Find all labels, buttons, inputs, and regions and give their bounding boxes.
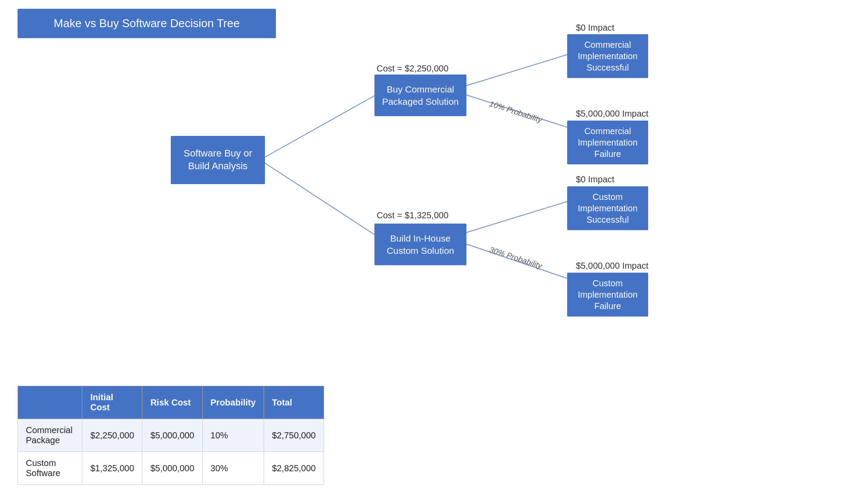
row1-name: Commercial Package [18,419,82,452]
root-node: Software Buy orBuild Analysis [171,136,265,184]
custom-failure-impact: $5,000,000 Impact [576,261,649,271]
svg-line-4 [460,199,574,235]
col-header-total: Total [264,386,324,419]
col-header-initial-cost: Initial Cost [82,386,142,419]
row1-total: $2,750,000 [264,419,324,452]
col-header-name [18,386,82,419]
comm-success-impact: $0 Impact [576,23,614,33]
custom-success-node: CustomImplementationSuccessful [567,186,648,230]
row2-initial-cost: $1,325,000 [82,452,142,485]
summary-table: Initial Cost Risk Cost Probability Total… [18,386,324,485]
buy-node: Buy CommercialPackaged Solution [374,75,466,116]
svg-line-0 [264,92,381,158]
buy-prob-label: 10% Probability [488,99,543,125]
row2-name: Custom Software [18,452,82,485]
row1-probability: 10% [202,419,264,452]
row2-total: $2,825,000 [264,452,324,485]
custom-failure-node: CustomImplementationFailure [567,273,648,317]
svg-line-1 [264,162,381,239]
comm-failure-impact: $5,000,000 Impact [576,109,649,119]
table-row: Commercial Package $2,250,000 $5,000,000… [18,419,324,452]
buy-cost-label: Cost = $2,250,000 [377,64,448,74]
table-row: Custom Software $1,325,000 $5,000,000 30… [18,452,324,485]
row1-initial-cost: $2,250,000 [82,419,142,452]
page-title: Make vs Buy Software Decision Tree [18,9,276,38]
row2-probability: 30% [202,452,264,485]
comm-success-node: CommercialImplementationSuccessful [567,34,648,78]
build-node: Build In-HouseCustom Solution [374,224,466,265]
col-header-risk-cost: Risk Cost [142,386,202,419]
custom-success-impact: $0 Impact [576,174,614,185]
row1-risk-cost: $5,000,000 [142,419,202,452]
build-cost-label: Cost = $1,325,000 [377,210,448,221]
svg-line-2 [460,53,574,88]
row2-risk-cost: $5,000,000 [142,452,202,485]
comm-failure-node: CommercialImplementationFailure [567,121,648,164]
build-prob-label: 30% Probability [488,245,543,271]
col-header-probability: Probability [202,386,264,419]
